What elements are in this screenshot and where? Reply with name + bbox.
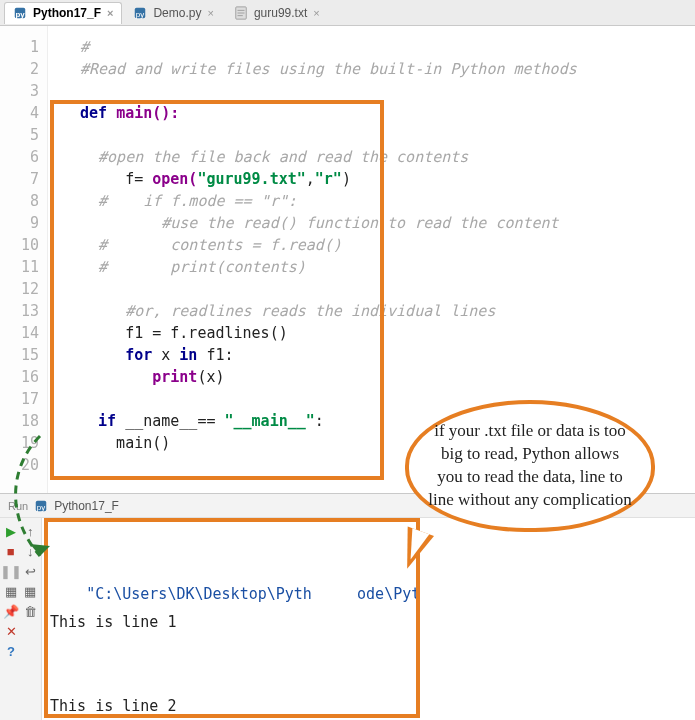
code-line[interactable]: # print(contents) [80, 256, 685, 278]
editor-tabs: py Python17_F × py Demo.py × guru99.txt … [0, 0, 695, 26]
code-line[interactable]: # if f.mode == "r": [80, 190, 685, 212]
run-panel-label: Run [8, 500, 28, 512]
code-line[interactable]: print(x) [80, 366, 685, 388]
run-command-path: "C:\Users\DK\Desktop\Pyth ode\Pyt [86, 585, 420, 603]
run-pause-button[interactable]: ❚❚ [2, 562, 20, 580]
code-line[interactable]: #use the read() function to read the con… [80, 212, 685, 234]
help-button[interactable]: ? [2, 642, 20, 660]
trash-button[interactable]: 🗑 [22, 602, 40, 620]
code-line[interactable]: # contents = f.read() [80, 234, 685, 256]
code-line[interactable]: f1 = f.readlines() [80, 322, 685, 344]
tab-demo[interactable]: py Demo.py × [124, 2, 222, 24]
code-line[interactable]: #Read and write files using the built-in… [80, 58, 685, 80]
code-line[interactable] [80, 388, 685, 410]
output-line [50, 664, 687, 692]
code-line[interactable] [80, 278, 685, 300]
pin-button[interactable]: 📌 [2, 602, 20, 620]
code-line[interactable]: for x in f1: [80, 344, 685, 366]
code-line[interactable] [80, 80, 685, 102]
code-line[interactable]: f= open("guru99.txt","r") [80, 168, 685, 190]
output-line [50, 636, 687, 664]
code-line[interactable]: #open the file back and read the content… [80, 146, 685, 168]
code-line[interactable] [80, 124, 685, 146]
python-file-icon: py [133, 6, 147, 20]
output-line: This is line 2 [50, 692, 687, 720]
close-icon[interactable]: × [207, 7, 213, 19]
annotation-callout: if your .txt file or data is too big to … [405, 400, 655, 532]
python-file-icon: py [13, 6, 27, 20]
code-line[interactable]: # [80, 36, 685, 58]
tab-label: Demo.py [153, 6, 201, 20]
python-file-icon: py [34, 499, 48, 513]
svg-text:py: py [15, 10, 25, 19]
layout-button[interactable]: ▦ [2, 582, 20, 600]
scroll-up-button[interactable]: ↑ [22, 522, 40, 540]
layout-button-2[interactable]: ▦ [22, 582, 40, 600]
scroll-down-button[interactable]: ↓ [22, 542, 40, 560]
close-run-button[interactable]: ✕ [2, 622, 20, 640]
run-stop-button[interactable]: ■ [2, 542, 20, 560]
close-icon[interactable]: × [313, 7, 319, 19]
svg-text:py: py [37, 502, 45, 511]
run-output[interactable]: "C:\Users\DK\Desktop\Pyth ode\Pyt This i… [42, 518, 695, 720]
tab-python17[interactable]: py Python17_F × [4, 2, 122, 24]
close-icon[interactable]: × [107, 7, 113, 19]
text-file-icon [234, 6, 248, 20]
tab-guru99[interactable]: guru99.txt × [225, 2, 329, 24]
tab-label: Python17_F [33, 6, 101, 20]
soft-wrap-button[interactable]: ↩ [22, 562, 39, 580]
code-line[interactable]: #or, readlines reads the individual line… [80, 300, 685, 322]
code-line[interactable]: def main(): [80, 102, 685, 124]
line-number-gutter: 1234567891011121314151617181920 [0, 26, 48, 493]
output-line: This is line 1 [50, 608, 687, 636]
callout-text: if your .txt file or data is too big to … [428, 421, 632, 509]
run-toolbar: ▶ ↑ ■ ↓ ❚❚ ↩ ▦ ▦ 📌 🗑 ✕ ? [0, 518, 42, 720]
svg-text:py: py [136, 10, 144, 19]
tab-label: guru99.txt [254, 6, 307, 20]
run-config-name: Python17_F [54, 499, 119, 513]
run-play-button[interactable]: ▶ [2, 522, 20, 540]
